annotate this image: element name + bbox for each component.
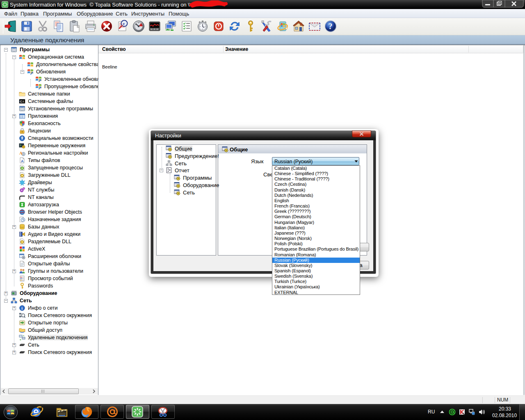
svg-text:e: e xyxy=(123,21,125,26)
svg-text:?: ? xyxy=(329,22,333,31)
